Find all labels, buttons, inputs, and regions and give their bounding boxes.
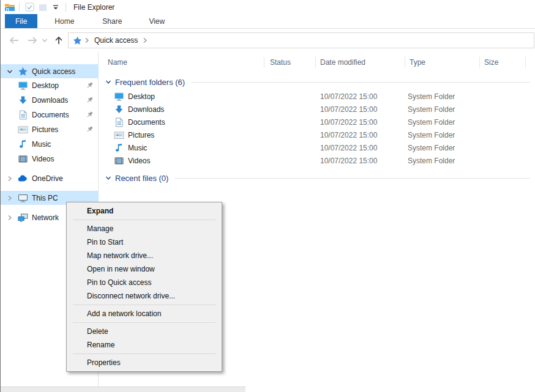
table-row[interactable]: Downloads 10/07/2022 15:00 System Folder (99, 103, 535, 116)
videos-icon (18, 154, 28, 164)
arrow-left-icon (9, 36, 20, 45)
sidebar-item-label: Music (32, 140, 51, 149)
column-divider[interactable] (479, 57, 480, 68)
music-icon (114, 143, 124, 153)
tab-file[interactable]: File (5, 14, 37, 28)
desktop-icon (114, 92, 124, 102)
cell-name: Pictures (128, 131, 154, 139)
pin-icon[interactable] (86, 111, 94, 119)
sidebar-item-pictures[interactable]: Pictures (1, 122, 99, 136)
cell-type: System Folder (408, 144, 455, 152)
column-header-date-modified[interactable]: Date modified (320, 55, 400, 70)
pin-icon[interactable] (86, 81, 94, 89)
menu-item-rename[interactable]: Rename (67, 338, 222, 352)
quick-access-star-icon (18, 67, 28, 76)
table-row[interactable]: Pictures 10/07/2022 15:00 System Folder (99, 128, 535, 141)
videos-icon (114, 156, 124, 166)
qat-properties-button[interactable] (24, 2, 35, 12)
chevron-right-icon (6, 194, 14, 202)
qat-new-folder-button[interactable] (37, 2, 48, 12)
pin-icon[interactable] (86, 96, 94, 104)
table-row[interactable]: Desktop 10/07/2022 15:00 System Folder (99, 90, 535, 103)
sidebar-item-label: Quick access (32, 67, 75, 76)
sidebar-item-downloads[interactable]: Downloads (1, 93, 99, 107)
tab-home[interactable]: Home (45, 14, 84, 28)
chevron-down-icon (6, 67, 14, 76)
file-explorer-window: File Explorer File Home Share View (0, 0, 535, 392)
sidebar-item-music[interactable]: Music (1, 137, 99, 151)
forward-button[interactable] (25, 29, 40, 52)
cell-name: Desktop (128, 92, 155, 101)
menu-item-properties[interactable]: Properties (67, 356, 222, 369)
chevron-down-icon (104, 78, 113, 86)
pin-icon[interactable] (86, 125, 94, 133)
desktop-icon (18, 81, 28, 91)
up-button[interactable] (51, 29, 67, 52)
breadcrumb-chevron-icon (141, 36, 149, 45)
tab-view[interactable]: View (139, 14, 174, 28)
chevron-right-icon (6, 174, 14, 183)
group-header-recent-files[interactable]: Recent files (0) (104, 172, 530, 183)
table-row[interactable]: Documents 10/07/2022 15:00 System Folder (99, 116, 535, 128)
breadcrumb-chevron-icon (83, 36, 91, 45)
column-divider[interactable] (315, 57, 316, 68)
title-bar: File Explorer (1, 0, 535, 14)
menu-item-expand[interactable]: Expand (67, 204, 222, 218)
caret-down-icon (52, 4, 59, 11)
cell-date-modified: 10/07/2022 15:00 (320, 131, 377, 139)
chevron-down-icon (104, 174, 113, 182)
column-header-status[interactable]: Status (270, 55, 310, 70)
column-header-size[interactable]: Size (484, 55, 521, 70)
sidebar-item-documents[interactable]: Documents (1, 108, 99, 122)
menu-separator (73, 353, 215, 354)
sidebar-item-onedrive[interactable]: OneDrive (1, 171, 99, 185)
sidebar-item-label: Documents (32, 111, 69, 119)
sidebar-item-label: Desktop (32, 81, 59, 90)
menu-item-manage[interactable]: Manage (67, 222, 222, 235)
menu-separator (73, 305, 215, 305)
sidebar-item-quick-access[interactable]: Quick access (1, 64, 99, 78)
group-header-frequent-folders[interactable]: Frequent folders (6) (104, 76, 530, 87)
cell-type: System Folder (408, 157, 455, 165)
menu-item-map-network-drive[interactable]: Map network drive... (67, 249, 222, 262)
sidebar-item-label: Videos (32, 155, 54, 163)
sidebar-item-label: Network (32, 213, 59, 222)
quick-access-star-icon (73, 36, 82, 45)
table-row[interactable]: Videos 10/07/2022 15:00 System Folder (99, 154, 535, 167)
column-divider[interactable] (525, 57, 526, 68)
ribbon-tab-bar: File Home Share View (1, 14, 535, 29)
menu-item-pin-to-start[interactable]: Pin to Start (67, 235, 222, 249)
menu-item-open-in-new-window[interactable]: Open in new window (67, 262, 222, 276)
table-row[interactable]: Music 10/07/2022 15:00 System Folder (99, 141, 535, 154)
column-header-name[interactable]: Name (108, 55, 261, 70)
context-menu: Expand Manage Pin to Start Map network d… (66, 202, 222, 372)
menu-item-pin-to-quick-access[interactable]: Pin to Quick access (67, 276, 222, 289)
back-button[interactable] (7, 29, 21, 52)
sidebar-item-desktop[interactable]: Desktop (1, 78, 99, 92)
menu-item-disconnect-network-drive[interactable]: Disconnect network drive... (67, 289, 222, 303)
sidebar-item-label: OneDrive (32, 174, 63, 183)
address-bar[interactable]: Quick access (68, 32, 534, 48)
column-divider[interactable] (264, 57, 264, 68)
sidebar-item-label: Pictures (32, 125, 58, 134)
column-header-type[interactable]: Type (410, 55, 474, 70)
titlebar-separator (19, 3, 20, 12)
qat-customize-button[interactable] (50, 2, 61, 12)
cell-date-modified: 10/07/2022 15:00 (320, 105, 377, 114)
menu-item-delete[interactable]: Delete (67, 325, 222, 338)
breadcrumb[interactable]: Quick access (94, 36, 138, 45)
sidebar-item-videos[interactable]: Videos (1, 152, 99, 166)
cell-name: Music (128, 144, 147, 152)
downloads-icon (114, 105, 124, 114)
tab-share[interactable]: Share (92, 14, 132, 28)
cell-name: Videos (128, 157, 150, 165)
recent-locations-button[interactable] (40, 29, 50, 52)
cell-date-modified: 10/07/2022 15:00 (320, 157, 377, 165)
new-folder-icon (39, 3, 47, 12)
column-divider[interactable] (405, 57, 405, 68)
cell-date-modified: 10/07/2022 15:00 (320, 144, 377, 152)
arrow-up-icon (54, 35, 64, 45)
cell-date-modified: 10/07/2022 15:00 (320, 118, 377, 127)
cell-type: System Folder (408, 105, 455, 114)
menu-item-add-network-location[interactable]: Add a network location (67, 307, 222, 320)
